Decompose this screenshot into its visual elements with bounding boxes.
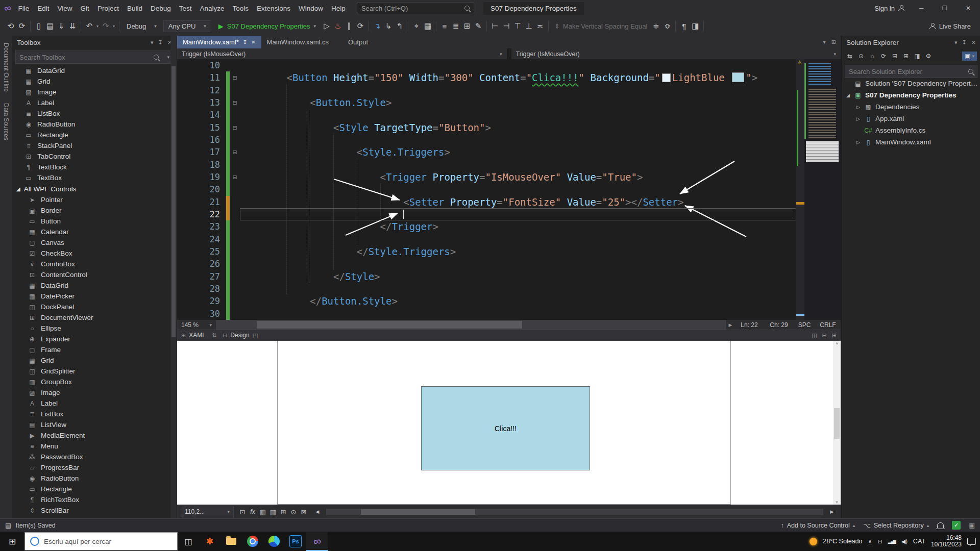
design-toolbar-icon[interactable]: ⊡ (237, 507, 248, 517)
toolbox-item[interactable]: A Label (12, 398, 170, 409)
toolbox-search-input[interactable]: Search Toolbox ▾ (15, 51, 174, 64)
panel-title-icon[interactable]: ↧ (962, 39, 967, 46)
notifications-bell-icon[interactable] (937, 522, 944, 528)
start-button[interactable]: ⊞ (0, 532, 24, 551)
toolbar-icon[interactable]: ▾ (111, 20, 116, 32)
design-horizontal-scrollbar[interactable] (326, 509, 823, 515)
file-explorer-icon[interactable] (220, 532, 242, 551)
code-line[interactable]: 22 (177, 208, 796, 220)
expander-icon[interactable]: ▷ (855, 140, 861, 145)
tab-bar-icon[interactable]: ▾ (823, 39, 826, 45)
design-toolbar-icon[interactable]: ▥ (268, 507, 278, 517)
toolbox-item[interactable]: ▭ Button (12, 216, 170, 227)
feedback-icon[interactable]: ▣ (969, 521, 975, 529)
editor-tab[interactable]: MainWindow.xaml.cs (261, 36, 342, 48)
photoshop-icon[interactable]: Ps (285, 532, 306, 551)
toolbox-scrollbar[interactable] (170, 36, 177, 518)
toolbox-item[interactable]: ▤ ListView (12, 419, 170, 430)
toolbox-item[interactable]: ○ Ellipse (12, 323, 170, 334)
toolbar-icon[interactable]: ≡ (439, 20, 450, 32)
toolbox-item[interactable]: ≡ StackPanel (12, 140, 170, 151)
design-toolbar-icon[interactable]: ⊙ (288, 507, 299, 517)
toolbar-icon[interactable] (548, 21, 549, 31)
solution-tree-item[interactable]: ▷ ▯ MainWindow.xaml (842, 136, 980, 148)
spaces-indicator[interactable]: SPC (794, 321, 815, 329)
code-line[interactable]: 30 (177, 308, 796, 320)
design-toolbar-icon[interactable]: ⊞ (278, 507, 288, 517)
vs-search-box[interactable]: Search (Ctrl+Q) (357, 2, 474, 14)
toolbox-item[interactable]: ⊕ Expander (12, 334, 170, 344)
toolbox-item[interactable]: ≣ ListBox (12, 409, 170, 419)
editor-scrollbar[interactable]: ⚠ (796, 59, 804, 320)
code-line[interactable]: 13⊟<Button.Style> (177, 96, 796, 109)
toolbar-icon[interactable]: ↰ (394, 20, 405, 32)
toolbar-icon[interactable]: ♨ (332, 20, 344, 32)
menu-item[interactable]: Help (327, 3, 350, 14)
solution-tree-item[interactable]: ▷ ▯ App.xaml (842, 113, 980, 124)
design-toolbar-icon[interactable]: fx (248, 507, 258, 517)
design-pane-tab[interactable]: ⊡ Design ◳ (223, 332, 258, 339)
code-line[interactable]: 17⊟<Style.Triggers> (177, 146, 796, 158)
menu-item[interactable]: Build (123, 3, 146, 14)
code-line[interactable]: 14 (177, 109, 796, 121)
toolbar-icon[interactable]: ⟲ (5, 20, 16, 32)
solution-toolbar-icon[interactable]: ⟳ (879, 51, 888, 61)
design-vertical-scrollbar[interactable]: ▲ ▼ (833, 341, 841, 505)
collapse-pane-icon[interactable]: ⊟ (822, 332, 827, 339)
code-line[interactable]: 20 (177, 183, 796, 195)
taskbar-search-box[interactable]: Escriu aquí per cercar (24, 532, 178, 550)
toolbox-item[interactable]: ⊞ DocumentViewer (12, 312, 170, 323)
menu-item[interactable]: Git (77, 3, 93, 14)
debug-configuration-dropdown[interactable]: Debug ▾ (122, 21, 161, 31)
toolbar-icon[interactable]: ⊢ (489, 20, 501, 32)
panel-title-icon[interactable]: ↧ (158, 39, 163, 46)
toolbar-icon[interactable]: ≣ (450, 20, 461, 32)
code-line[interactable]: 23</Trigger> (177, 220, 796, 233)
code-line[interactable]: 10 (177, 59, 796, 71)
design-button-preview[interactable]: Clica!!! (421, 386, 590, 470)
expander-icon[interactable]: ◢ (845, 93, 851, 98)
toolbox-item[interactable]: ▱ ProgressBar (12, 462, 170, 473)
toolbox-item[interactable]: ▭ Rectangle (12, 484, 170, 494)
scroll-up-icon[interactable]: ▲ (835, 341, 839, 345)
code-line[interactable]: 21<Setter Property="FontSize" Value="25"… (177, 196, 796, 208)
toolbox-item[interactable]: ▨ Image (12, 87, 170, 97)
toolbox-item[interactable]: ▭ Rectangle (12, 130, 170, 140)
code-editor[interactable]: 1011⊟<Button Height="150" Width="300" Co… (177, 59, 796, 320)
toolbox-item[interactable]: ⇕ ScrollBar (12, 505, 170, 516)
toolbar-icon[interactable]: ▤ (44, 20, 56, 32)
toolbar-icon[interactable]: ↴ (372, 20, 383, 32)
toolbar-icon[interactable]: ⇓ (56, 20, 67, 32)
toolbox-item[interactable]: ▶ MediaElement (12, 430, 170, 441)
solution-toolbar-icon[interactable]: ⌂ (868, 51, 877, 61)
color-swatch[interactable] (662, 73, 671, 82)
xaml-design-splitter[interactable]: ⊞ XAML ⇅ ⊡ Design ◳ ◫ ⊟ ⊞ (177, 330, 841, 341)
toolbox-item[interactable]: ≣ ListBox (12, 108, 170, 119)
toolbox-item[interactable]: ▢ Frame (12, 344, 170, 355)
toolbar-icon[interactable]: ⌖ (411, 20, 422, 32)
solution-tree-item[interactable]: ▤ Solution 'S07 Dependency Properties' (… (842, 78, 980, 89)
collapse-region-icon[interactable]: ⊟ (230, 171, 240, 183)
scrollbar-thumb[interactable] (361, 509, 475, 515)
toolbox-group-header[interactable]: ◢ All WPF Controls (12, 183, 170, 194)
code-line[interactable]: 27</Style> (177, 270, 796, 283)
menu-item[interactable]: View (54, 3, 77, 14)
toolbar-icon[interactable]: ⊥ (523, 20, 534, 32)
toolbar-icon[interactable]: ⟳ (355, 20, 366, 32)
code-line[interactable]: 28 (177, 283, 796, 295)
scroll-right-icon[interactable]: ▶ (726, 322, 734, 328)
toolbox-item[interactable]: ▦ Calendar (12, 227, 170, 237)
close-icon[interactable]: ✕ (251, 39, 255, 45)
toolbar-icon[interactable]: ¶ (678, 20, 690, 32)
toolbox-item[interactable]: A Label (12, 97, 170, 108)
solution-toolbar-icon[interactable]: ◨ (913, 51, 922, 61)
toolbar-icon[interactable]: ∥ (344, 20, 355, 32)
code-line[interactable]: 29</Button.Style> (177, 295, 796, 307)
toolbox-item[interactable]: ◫ DockPanel (12, 302, 170, 312)
collapse-region-icon[interactable]: ⊟ (230, 121, 240, 134)
toolbox-item[interactable]: ◉ RadioButton (12, 473, 170, 484)
make-vertical-spacing-equal-button[interactable]: ⇕ Make Vertical Spacing Equal (551, 22, 650, 30)
toolbar-icon[interactable]: ⊤ (512, 20, 523, 32)
vertical-split-icon[interactable]: ◫ (812, 332, 817, 339)
toolbox-item[interactable]: ▦ Grid (12, 76, 170, 87)
